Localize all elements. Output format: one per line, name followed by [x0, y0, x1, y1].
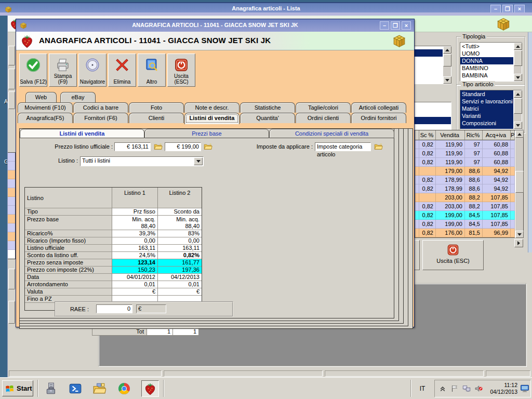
grid-header-P[interactable]: P [511, 130, 515, 140]
price-table-row[interactable]: Ricarico%39,3%83% [25, 230, 202, 237]
list-item-bambino[interactable]: BAMBINO [460, 64, 522, 72]
lookup-prezzo2-button[interactable] [203, 142, 213, 151]
tipologia-listbox[interactable]: <Tutti>UOMODONNABAMBINOBAMBINA [460, 42, 522, 82]
tab-articoli-collegati[interactable]: Articoli collegati [351, 102, 406, 113]
network-icon[interactable] [462, 384, 471, 393]
edge-scrollbar[interactable] [528, 32, 532, 252]
scroll-up-button[interactable] [443, 46, 451, 54]
list-item-servizi-e-lavorazioni[interactable]: Servizi e lavorazioni [460, 98, 522, 105]
dialog-close-button[interactable]: × [402, 21, 411, 30]
uscita-button[interactable]: Uscita (ESC) [422, 240, 484, 270]
toolbar-button-book-search[interactable]: Altro [138, 54, 166, 87]
tab-clienti[interactable]: Clienti [129, 113, 184, 123]
grid-row[interactable]: 0,82119,909760,88 [415, 140, 523, 149]
scroll-down-button[interactable] [514, 74, 522, 81]
listino-combobox[interactable]: Tutti i listini [80, 156, 204, 166]
partial-button[interactable] [8, 269, 15, 289]
list-item-matrici[interactable]: Matrici [460, 105, 522, 112]
language-indicator[interactable]: IT [416, 383, 429, 394]
imposte-input[interactable]: Imposte categoria articolo [315, 142, 371, 151]
tipo-articolo-listbox[interactable]: StandardServizi e lavorazioniMatriciVari… [460, 90, 522, 129]
quicklaunch-strawberry-app[interactable] [141, 380, 159, 397]
grid-header-Ric%[interactable]: Ric% [465, 130, 483, 140]
toolbar-button-compass[interactable]: Navigatore [78, 54, 107, 87]
flag-icon[interactable] [450, 384, 459, 393]
prezzo-listino-input-2[interactable]: € 199,00 [165, 142, 201, 151]
grid-row[interactable]: 203,0088,2107,85 [415, 193, 523, 202]
list-item-bambina[interactable]: BAMBINA [460, 72, 522, 79]
partial-listbox[interactable] [411, 102, 451, 134]
dialog-minimize-button[interactable]: – [380, 21, 389, 30]
price-table-row[interactable]: TipoPrz fissoSconto da listino [25, 208, 202, 216]
scroll-down-button[interactable] [515, 231, 524, 238]
grid-header-Vendita[interactable]: Vendita [436, 130, 465, 140]
subtab-prezzi-base[interactable]: Prezzi base [144, 129, 269, 138]
scroll-up-button[interactable] [514, 90, 522, 98]
speaker-mute-icon[interactable] [474, 384, 483, 393]
tab-fornitori-f6-[interactable]: Fornitori (F6) [73, 113, 128, 123]
list-item-uomo[interactable]: UOMO [460, 50, 522, 57]
grid-row[interactable]: 0,82176,0081,596,99 [415, 229, 523, 237]
list-item-donna[interactable]: DONNA [460, 57, 522, 64]
partial-button[interactable] [8, 69, 15, 89]
partial-listbox[interactable] [411, 46, 451, 84]
quicklaunch-chrome[interactable] [117, 382, 131, 395]
list-item--tutti-[interactable]: <Tutti> [460, 43, 522, 50]
scroll-down-button[interactable] [514, 122, 522, 129]
list-item-varianti[interactable]: Varianti [460, 112, 522, 119]
scrollbar[interactable] [513, 43, 522, 81]
toolbar-button-printer[interactable]: Stampa (F9) [49, 54, 77, 87]
grid-header-Sc %[interactable]: Sc % [419, 130, 436, 140]
lookup-imposte-button[interactable] [373, 142, 383, 151]
grid-header-Acq+iva[interactable]: Acq+iva [483, 130, 511, 140]
list-item-standard[interactable]: Standard [460, 90, 522, 98]
subtab-listini-di-vendita[interactable]: Listini di vendita [20, 129, 144, 138]
quicklaunch-file-explorer[interactable] [92, 382, 106, 395]
grid-row[interactable]: 0,82178,9988,694,92 [415, 176, 523, 184]
toolbar-button-save-check[interactable]: Salva (F12) [19, 54, 47, 87]
grid-row[interactable]: 0,82199,0084,5107,85 [415, 220, 523, 229]
main-window-titlebar[interactable]: Anagrafica articoli - Lista – ❐ × [0, 2, 532, 16]
combobox-dropdown-button[interactable] [194, 157, 203, 165]
toolbar-button-delete-x[interactable]: Elimina [108, 54, 136, 87]
tab-statistiche[interactable]: Statistiche [240, 102, 295, 113]
price-table-row[interactable]: Ricarico (Importo fisso)0,000,00 [25, 237, 202, 245]
scroll-thumb[interactable] [443, 54, 451, 66]
grid-row[interactable]: 0,82178,9988,694,92 [415, 184, 523, 193]
price-table-row[interactable]: Data04/01/201204/12/2013 [25, 274, 202, 281]
partial-button[interactable] [8, 301, 15, 324]
scrollbar[interactable] [443, 46, 451, 84]
tab-codici-a-barre[interactable]: Codici a barre [73, 102, 128, 113]
scroll-thumb[interactable] [515, 171, 524, 193]
dialog-maximize-button[interactable]: ❐ [391, 21, 400, 30]
tab-quantita-[interactable]: Quantita' [240, 113, 295, 123]
tab-taglie-colori[interactable]: Taglie/colori [296, 102, 351, 113]
lookup-prezzo1-button[interactable] [153, 142, 163, 151]
start-button[interactable]: Start [2, 380, 33, 396]
scroll-up-button[interactable] [515, 130, 524, 138]
partial-button[interactable] [8, 91, 15, 109]
tab-web[interactable]: Web [25, 92, 57, 102]
list-item[interactable] [411, 117, 451, 124]
tab-note-e-descr-[interactable]: Note e descr. [184, 102, 240, 113]
tab-ordini-fornitori[interactable]: Ordini fornitori [351, 113, 406, 123]
tab-movimenti-f10-[interactable]: Movimenti (F10) [18, 102, 73, 113]
price-table-row[interactable]: Prezzo con imposte (22%)150,23197,36 [25, 267, 202, 274]
grid-row[interactable]: 0,82199,0084,5107,85 [415, 211, 523, 220]
chevron-up-icon[interactable] [438, 384, 447, 393]
tab-ordini-clienti[interactable]: Ordini clienti [296, 113, 351, 123]
toolbar-button-power[interactable]: Uscita (ESC) [167, 54, 195, 87]
grid-header-blank[interactable] [415, 130, 419, 140]
grid-row[interactable]: 179,0088,694,92 [415, 167, 523, 176]
show-desktop-monitor-icon[interactable] [520, 383, 530, 394]
price-table-row[interactable]: Prezzo senza imposte123,14161,77 [25, 259, 202, 267]
price-table-row[interactable]: Arrotondamento0,010,01 [25, 281, 202, 288]
partial-button[interactable] [8, 46, 15, 65]
grid-row[interactable]: 0,82119,909760,88 [415, 158, 523, 167]
scroll-thumb[interactable] [514, 98, 522, 114]
price-table-row[interactable]: Sconto da listino uff.24,5%0,82% [25, 252, 202, 259]
tab-anagrafica-f5-[interactable]: Anagrafica(F5) [18, 113, 73, 123]
price-table-row[interactable]: Prezzo baseMin. acq. 88,40Min. acq. 88,4… [25, 216, 202, 230]
scrollbar[interactable] [513, 90, 522, 129]
tab-foto[interactable]: Foto [129, 102, 184, 113]
